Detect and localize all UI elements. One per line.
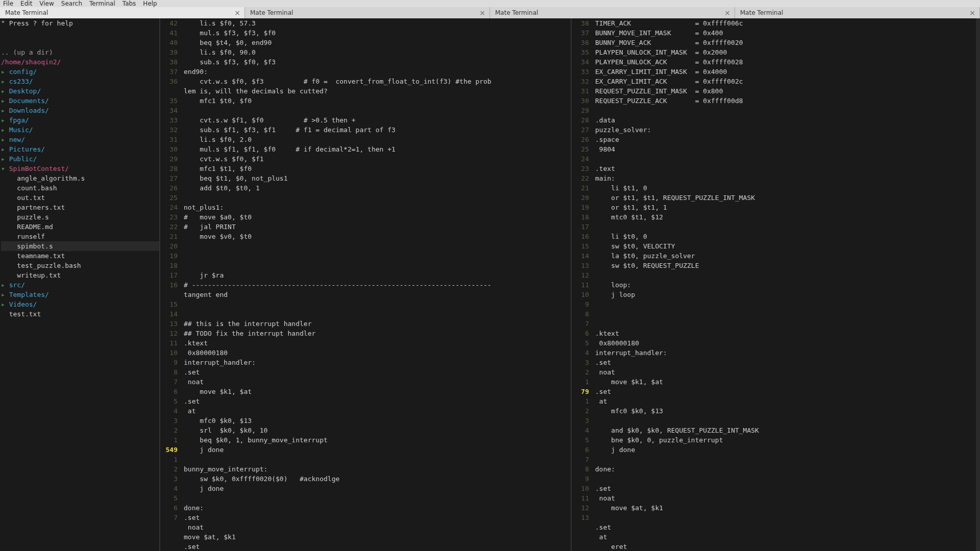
gutter-right: 3837363534333231302928272625242322212019…	[572, 18, 593, 551]
editor-pane-left[interactable]: 42414039383736 3534333231302928272625242…	[160, 18, 572, 551]
tree-dir-Downloads[interactable]: ▸ Downloads/	[1, 106, 159, 115]
chevron-icon: ▸	[1, 116, 5, 124]
close-icon[interactable]: ×	[479, 9, 485, 17]
tree-file-spimbot.s[interactable]: spimbot.s	[1, 241, 159, 251]
menu-tabs[interactable]: Tabs	[122, 0, 136, 7]
tree-file-test.txt[interactable]: test.txt	[1, 309, 159, 319]
chevron-icon: ▸	[1, 78, 5, 85]
tree-file-puzzle.s[interactable]: puzzle.s	[1, 212, 159, 222]
scrollbar[interactable]	[976, 18, 980, 551]
tree-dir-Templates[interactable]: ▸ Templates/	[1, 290, 159, 299]
tree-file-partners.txt[interactable]: partners.txt	[1, 203, 159, 212]
menubar: FileEditViewSearchTerminalTabsHelp	[0, 0, 980, 7]
close-icon[interactable]: ×	[969, 9, 975, 17]
tab-1[interactable]: Mate Terminal×	[245, 7, 490, 18]
chevron-icon: ▸	[1, 126, 5, 134]
menu-file[interactable]: File	[3, 0, 13, 7]
chevron-icon: ▸	[1, 97, 5, 105]
tree-file-writeup.txt[interactable]: writeup.txt	[1, 270, 159, 280]
terminal-area: " Press ? for help .. (up a dir)/home/sh…	[0, 18, 980, 551]
chevron-icon: ▸	[1, 136, 5, 143]
menu-search[interactable]: Search	[61, 0, 82, 7]
file-tree-pane[interactable]: " Press ? for help .. (up a dir)/home/sh…	[0, 18, 160, 551]
tree-dir-Public[interactable]: ▸ Public/	[1, 154, 159, 164]
chevron-icon: ▸	[1, 87, 5, 95]
code-right[interactable]: TIMER_ACK = 0xffff006cBUNNY_MOVE_INT_MAS…	[593, 18, 980, 551]
tree-hint: " Press ? for help	[1, 18, 159, 28]
tree-dir-src[interactable]: ▸ src/	[1, 280, 159, 290]
chevron-icon: ▸	[1, 300, 5, 308]
code-left[interactable]: li.s $f0, 57.3 mul.s $f3, $f3, $f0 beq $…	[182, 18, 571, 551]
chevron-icon: ▸	[1, 291, 5, 298]
tree-file-count.bash[interactable]: count.bash	[1, 183, 159, 193]
tree-dir-SpimBotContest[interactable]: ▾ SpimBotContest/	[1, 164, 159, 173]
tab-0[interactable]: Mate Terminal×	[0, 7, 245, 18]
tree-file-test_puzzle.bash[interactable]: test_puzzle.bash	[1, 261, 159, 270]
menu-terminal[interactable]: Terminal	[89, 0, 115, 7]
tree-file-out.txt[interactable]: out.txt	[1, 193, 159, 203]
tab-bar: Mate Terminal×Mate Terminal×Mate Termina…	[0, 7, 980, 18]
gutter-left: 42414039383736 3534333231302928272625242…	[160, 18, 182, 551]
editor-pane-right[interactable]: 3837363534333231302928272625242322212019…	[572, 18, 980, 551]
tree-dir-Videos[interactable]: ▸ Videos/	[1, 299, 159, 309]
tree-dir-Music[interactable]: ▸ Music/	[1, 125, 159, 135]
tab-2[interactable]: Mate Terminal×	[490, 7, 735, 18]
tree-dir-Pictures[interactable]: ▸ Pictures/	[1, 144, 159, 154]
editor-splits: 42414039383736 3534333231302928272625242…	[160, 18, 980, 551]
tree-dir-Desktop[interactable]: ▸ Desktop/	[1, 86, 159, 96]
tree-root-path[interactable]: /home/shaoqin2/	[1, 57, 159, 67]
menu-edit[interactable]: Edit	[20, 0, 32, 7]
chevron-icon: ▸	[1, 107, 5, 114]
close-icon[interactable]: ×	[724, 9, 730, 17]
tree-file-runself[interactable]: runself	[1, 232, 159, 241]
menu-view[interactable]: View	[39, 0, 54, 7]
chevron-icon: ▸	[1, 68, 5, 76]
tree-dir-config[interactable]: ▸ config/	[1, 67, 159, 77]
tree-file-angle_algorithm.s[interactable]: angle_algorithm.s	[1, 173, 159, 183]
tab-3[interactable]: Mate Terminal×	[735, 7, 980, 18]
tree-dir-fpga[interactable]: ▸ fpga/	[1, 115, 159, 125]
tree-file-teamname.txt[interactable]: teamname.txt	[1, 251, 159, 261]
menu-help[interactable]: Help	[143, 0, 157, 7]
chevron-icon: ▸	[1, 281, 5, 289]
tree-up[interactable]: .. (up a dir)	[1, 47, 159, 57]
tree-dir-cs233[interactable]: ▸ cs233/	[1, 77, 159, 86]
chevron-icon: ▸	[1, 155, 5, 163]
close-icon[interactable]: ×	[234, 9, 240, 17]
tree-dir-new[interactable]: ▸ new/	[1, 135, 159, 144]
tree-file-README.md[interactable]: README.md	[1, 222, 159, 232]
chevron-icon: ▾	[1, 165, 5, 172]
chevron-icon: ▸	[1, 145, 5, 153]
tree-dir-Documents[interactable]: ▸ Documents/	[1, 96, 159, 106]
